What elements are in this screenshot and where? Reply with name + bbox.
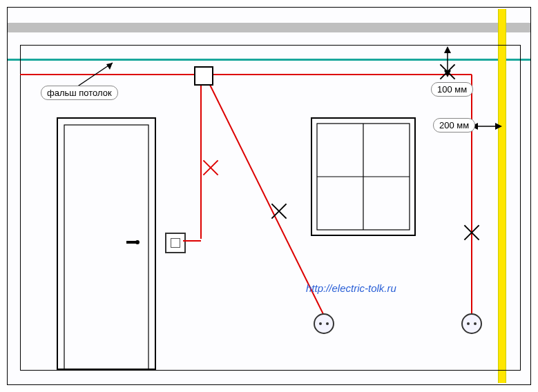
x-mark-icon [439,63,457,81]
x-mark-icon [202,159,220,177]
socket-left [314,313,334,334]
switch-wire [183,237,224,251]
junction-box [194,66,213,86]
x-mark-icon [463,224,481,242]
wiring-diagram: фальш потолок 100 мм 200 мм http://elect… [7,7,531,385]
source-url: http://electric-tolk.ru [306,282,396,294]
x-mark-icon [270,202,288,220]
dim-200mm-label: 200 мм [433,118,475,133]
dim-100mm-label: 100 мм [431,82,473,97]
socket-right [461,313,482,334]
false-ceiling-label: фальш потолок [41,86,118,100]
ceiling-slab [8,23,530,32]
